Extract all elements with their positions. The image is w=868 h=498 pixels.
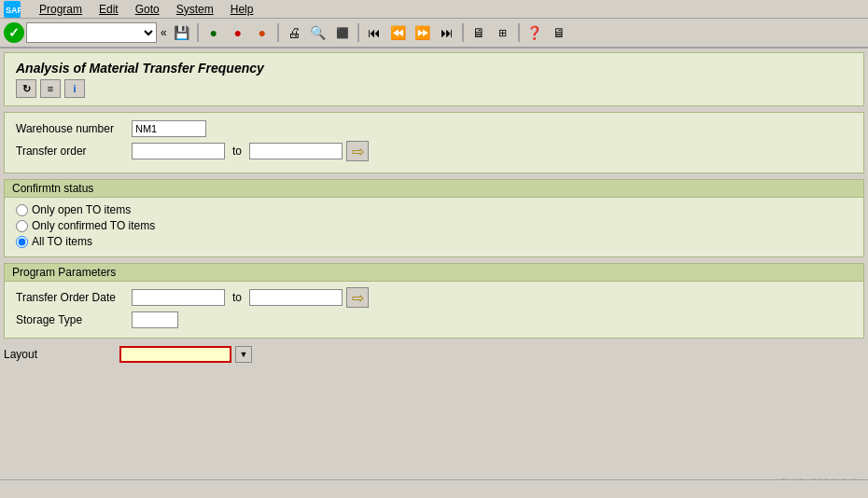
menu-goto[interactable]: Goto — [132, 2, 163, 17]
shortcut-btn1[interactable]: ● — [203, 21, 225, 44]
confirmtn-status-section: Confirmtn status Only open TO items Only… — [4, 179, 864, 257]
title-panel: Analysis of Material Transfer Frequency … — [4, 52, 864, 106]
find-next-icon: ⬛ — [336, 27, 349, 39]
print-button[interactable]: 🖨 — [283, 21, 305, 44]
find-next-button[interactable]: ⬛ — [331, 21, 354, 44]
storage-type-row: Storage Type — [16, 311, 852, 328]
layout-row: Layout ▼ — [4, 346, 864, 363]
new-session-button[interactable]: ⊞ — [492, 21, 514, 44]
settings-button[interactable]: 🖥 — [548, 21, 570, 44]
menu-edit[interactable]: Edit — [95, 2, 122, 17]
radio-open[interactable] — [16, 204, 28, 216]
to-label2: to — [232, 291, 242, 304]
command-field[interactable] — [26, 22, 157, 43]
warehouse-input[interactable] — [132, 120, 206, 137]
green-circle-icon: ● — [209, 25, 217, 40]
layout-icon: ≡ — [48, 83, 53, 94]
transfer-order-to-input[interactable] — [249, 143, 343, 159]
help-button[interactable]: ❓ — [524, 21, 546, 44]
program-parameters-section: Program Parameters Transfer Order Date t… — [4, 263, 864, 339]
page-title: Analysis of Material Transfer Frequency — [16, 61, 852, 76]
radio-row-all: All TO items — [16, 235, 852, 248]
storage-type-input[interactable] — [132, 311, 178, 328]
sep2 — [277, 23, 279, 42]
status-bar — [0, 479, 868, 498]
find-button[interactable]: 🔍 — [307, 21, 329, 44]
menu-program[interactable]: Program — [35, 2, 86, 17]
nav-first-icon: ⏮ — [368, 25, 381, 40]
menu-help[interactable]: Help — [227, 2, 258, 17]
find-icon: 🔍 — [310, 25, 326, 40]
monitor-icon: 🖥 — [472, 25, 485, 40]
menu-system[interactable]: System — [173, 2, 217, 17]
transfer-date-select-btn[interactable]: ⇨ — [346, 287, 369, 308]
nav-prev-button[interactable]: ⏪ — [387, 21, 410, 44]
save-icon: 💾 — [174, 25, 189, 40]
execute-button[interactable]: ✓ — [4, 22, 24, 43]
refresh-icon: ↻ — [22, 83, 31, 95]
sep4 — [462, 23, 464, 42]
radio-all-label: All TO items — [32, 235, 92, 248]
new-session-icon: ⊞ — [498, 27, 507, 39]
program-parameters-content: Transfer Order Date to ⇨ Storage Type — [5, 282, 863, 338]
transfer-date-row: Transfer Order Date to ⇨ — [16, 287, 852, 308]
svg-text:SAP: SAP — [6, 6, 21, 15]
transfer-date-label: Transfer Order Date — [16, 291, 128, 304]
layout-input[interactable] — [119, 346, 231, 363]
radio-row-open: Only open TO items — [16, 203, 852, 216]
transfer-order-row: Transfer order to ⇨ — [16, 141, 852, 161]
radio-row-confirmed: Only confirmed TO items — [16, 219, 852, 232]
nav-last-button[interactable]: ⏭ — [436, 21, 458, 44]
orange-circle-icon: ● — [258, 25, 265, 40]
radio-confirmed-label: Only confirmed TO items — [32, 219, 155, 232]
transfer-order-from-input[interactable] — [132, 143, 225, 159]
print-icon: 🖨 — [287, 25, 301, 40]
main-content: Analysis of Material Transfer Frequency … — [0, 48, 868, 367]
storage-type-label: Storage Type — [16, 313, 128, 326]
select-icon: ⇨ — [352, 143, 364, 160]
transfer-order-label: Transfer order — [16, 145, 128, 158]
help-icon: ❓ — [526, 25, 542, 40]
confirmtn-section-content: Only open TO items Only confirmed TO ite… — [5, 198, 863, 256]
layout-label: Layout — [4, 348, 116, 361]
sep1 — [197, 23, 199, 42]
warehouse-row: Warehouse number — [16, 120, 852, 137]
menu-bar: SAP Program Edit Goto System Help — [0, 0, 868, 19]
layout-btn[interactable]: ≡ — [40, 79, 61, 98]
form-panel: Warehouse number Transfer order to ⇨ — [4, 112, 864, 173]
title-toolbar: ↻ ≡ i — [16, 79, 852, 98]
monitor-button[interactable]: 🖥 — [468, 21, 490, 44]
shortcut-btn2[interactable]: ● — [227, 21, 249, 44]
program-parameters-title: Program Parameters — [5, 264, 863, 282]
transfer-date-to-input[interactable] — [249, 289, 343, 306]
radio-open-label: Only open TO items — [32, 203, 131, 216]
warehouse-label: Warehouse number — [16, 122, 128, 135]
to-label: to — [232, 145, 242, 158]
info-icon: i — [73, 83, 76, 94]
back-nav[interactable]: « — [161, 26, 167, 39]
nav-next-button[interactable]: ⏩ — [412, 21, 434, 44]
nav-prev-icon: ⏪ — [390, 25, 406, 40]
sep5 — [518, 23, 520, 42]
radio-confirmed[interactable] — [16, 220, 28, 232]
nav-last-icon: ⏭ — [441, 25, 454, 40]
save-button[interactable]: 💾 — [171, 21, 193, 44]
transfer-order-select-btn[interactable]: ⇨ — [346, 141, 369, 161]
transfer-date-from-input[interactable] — [132, 289, 225, 306]
confirmtn-section-title: Confirmtn status — [5, 180, 863, 198]
nav-next-icon: ⏩ — [414, 25, 430, 40]
layout-select-icon: ▼ — [240, 350, 248, 359]
sep3 — [357, 23, 359, 42]
settings-icon: 🖥 — [553, 25, 566, 40]
toolbar: ✓ « 💾 ● ● ● 🖨 🔍 ⬛ ⏮ ⏪ — [0, 19, 868, 48]
nav-first-button[interactable]: ⏮ — [363, 21, 385, 44]
sap-icon: SAP — [4, 1, 21, 18]
layout-select-btn[interactable]: ▼ — [235, 346, 252, 363]
shortcut-btn3[interactable]: ● — [251, 21, 273, 44]
info-btn[interactable]: i — [64, 79, 85, 98]
radio-all[interactable] — [16, 236, 28, 248]
select-icon2: ⇨ — [352, 289, 364, 307]
refresh-btn[interactable]: ↻ — [16, 79, 36, 98]
red-circle-icon: ● — [233, 25, 241, 40]
